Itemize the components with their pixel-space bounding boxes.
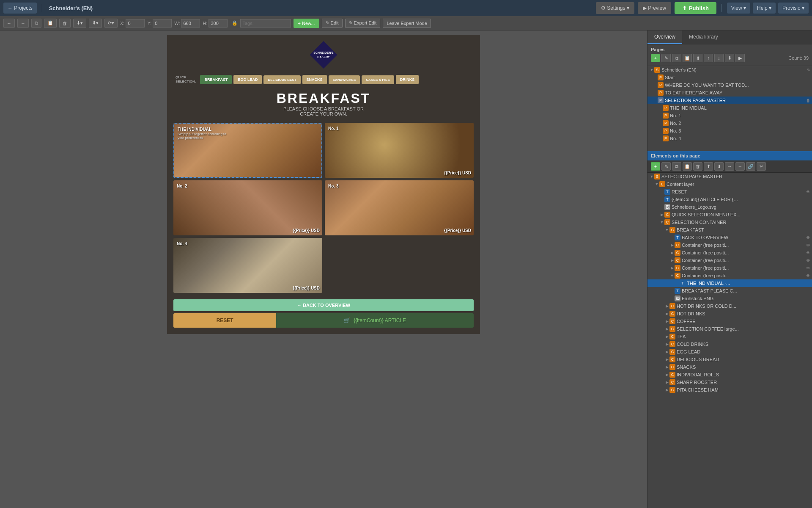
fp1-eye[interactable]: 👁 — [806, 243, 810, 248]
pc-arrow[interactable]: ▶ — [664, 388, 669, 392]
grid-item-no1[interactable]: No. 1 {{Price}} USD — [325, 123, 474, 178]
grid-item-no3[interactable]: No. 3 {{Price}} USD — [325, 180, 474, 235]
fp5-eye[interactable]: 👁 — [806, 273, 810, 278]
el-sharp-rooster[interactable]: ▶ C SHARP ROOSTER — [647, 378, 812, 386]
paste-page-btn[interactable]: 📋 — [683, 54, 692, 62]
play-btn[interactable]: ▶ — [735, 54, 745, 62]
del-arrow[interactable]: ▶ — [664, 357, 669, 362]
tree-no3[interactable]: P No. 3 — [647, 127, 812, 135]
back-to-overview-btn[interactable]: ← BACK TO OVERVIEW — [173, 299, 474, 311]
el-content-layer[interactable]: ▼ L Content layer — [647, 180, 812, 188]
qs-delicious-btn[interactable]: DELICIOUS BEST — [263, 75, 300, 84]
transform-btn[interactable]: ⟳▾ — [104, 19, 118, 28]
el-tea[interactable]: ▶ C TEA — [647, 333, 812, 340]
el-container-fp2[interactable]: ▶ C Container (free positi... 👁 — [647, 249, 812, 257]
move-btn[interactable]: ⬇▾ — [89, 19, 102, 28]
qs-egglead-btn[interactable]: EGG LEAD — [233, 75, 262, 84]
edit-element-btn[interactable]: ✎ — [661, 162, 671, 171]
hd-arrow[interactable]: ▶ — [664, 312, 669, 316]
el-root-arrow[interactable]: ▼ — [649, 174, 654, 179]
el-breakfast-please[interactable]: T BREAKFAST PLEASE C... — [647, 287, 812, 295]
new-button[interactable]: + New... — [294, 19, 319, 28]
delete-btn[interactable]: 🗑 — [59, 19, 71, 28]
el-snacks[interactable]: ▶ C SNACKS — [647, 363, 812, 371]
el-egg-lead[interactable]: ▶ C EGG LEAD — [647, 348, 812, 356]
fp4-eye[interactable]: 👁 — [806, 266, 810, 271]
cd-arrow[interactable]: ▶ — [664, 342, 669, 346]
move-up2-btn[interactable]: ↑ — [704, 54, 713, 62]
ir-arrow[interactable]: ▶ — [664, 373, 669, 377]
tree-individual[interactable]: P THE INDIVIDUAL — [647, 104, 812, 112]
el-ind-rolls[interactable]: ▶ C INDIVIDUAL ROLLS — [647, 371, 812, 378]
selmaster-delete[interactable]: 🗑 — [806, 98, 810, 103]
root-edit-icon[interactable]: ✎ — [807, 68, 810, 72]
move-down-el-btn[interactable]: ⬇ — [714, 162, 724, 171]
preview-button[interactable]: ▶ Preview — [638, 2, 671, 14]
el-logo[interactable]: 🖼 Schneiders_Logo.svg — [647, 203, 812, 211]
move-up-el-btn[interactable]: ⬆ — [704, 162, 713, 171]
move-down2-btn[interactable]: ⬇ — [725, 54, 734, 62]
qs-snacks-btn[interactable]: SNACKS — [302, 75, 327, 84]
fp1-arrow[interactable]: ▶ — [669, 243, 675, 247]
el-fruhstuck[interactable]: 🖼 Fruhstuck.PNG — [647, 295, 812, 302]
cf-arrow[interactable]: ▶ — [664, 319, 669, 323]
hc-arrow[interactable]: ▶ — [664, 304, 669, 308]
w-input[interactable] — [181, 19, 200, 28]
add-page-btn[interactable]: + — [651, 54, 660, 62]
bf-arrow[interactable]: ▼ — [664, 228, 669, 232]
move-up-btn[interactable]: ⬆ — [693, 54, 702, 62]
tree-no4[interactable]: P No. 4 — [647, 135, 812, 142]
el-container-fp5[interactable]: ▼ C Container (free positi... 👁 — [647, 272, 812, 279]
qs-cakes-btn[interactable]: CAKES & PIES — [362, 75, 394, 84]
tab-overview[interactable]: Overview — [647, 30, 682, 44]
tab-media[interactable]: Media library — [682, 30, 725, 44]
el-hot-cold[interactable]: ▶ C HOT DRINKS OR COLD D... — [647, 302, 812, 310]
qs-sandwiches-btn[interactable]: SANDWICHES — [329, 75, 360, 84]
el-selection-master[interactable]: ▼ S SELECTION PAGE MASTER — [647, 173, 812, 180]
tags-input[interactable] — [240, 19, 291, 28]
tree-no2[interactable]: P No. 2 — [647, 119, 812, 127]
tea-arrow[interactable]: ▶ — [664, 334, 669, 339]
paste-element-btn[interactable]: 📋 — [683, 162, 692, 171]
user-button[interactable]: Provisio ▾ — [778, 3, 809, 14]
add-element-btn[interactable]: + — [651, 162, 660, 171]
el-sel-coffee[interactable]: ▶ C SELECTION COFFEE large... — [647, 325, 812, 333]
reset-button-canvas[interactable]: RESET — [173, 313, 276, 328]
tree-no1[interactable]: P No. 1 — [647, 112, 812, 119]
edit-page-btn[interactable]: ✎ — [661, 54, 671, 62]
tree-toeat[interactable]: P TO EAT HERE/TAKE AWAY — [647, 89, 812, 97]
fp4-arrow[interactable]: ▶ — [669, 266, 675, 270]
sc2-arrow[interactable]: ▶ — [664, 327, 669, 331]
align-btn[interactable]: ⬇▾ — [73, 19, 86, 28]
el-reset[interactable]: T RESET 👁 — [647, 188, 812, 196]
y-input[interactable] — [153, 19, 172, 28]
el-itemcount[interactable]: T {{itemCount}} ARTICLE FOR {… — [647, 196, 812, 203]
el-quickselect[interactable]: ▶ C QUICK SELECTION MENU EX... — [647, 211, 812, 218]
x-input[interactable] — [126, 19, 145, 28]
el-hot-drinks[interactable]: ▶ C HOT DRINKS — [647, 310, 812, 318]
root-arrow[interactable]: ▼ — [649, 68, 654, 72]
sr-arrow[interactable]: ▶ — [664, 380, 669, 384]
leave-expert-button[interactable]: Leave Expert Mode — [383, 19, 431, 28]
link-btn[interactable]: 🔗 — [746, 162, 755, 171]
el-breakfast[interactable]: ▼ C BREAKFAST — [647, 226, 812, 234]
el-container-fp1[interactable]: ▶ C Container (free positi... 👁 — [647, 241, 812, 249]
fp2-eye[interactable]: 👁 — [806, 251, 810, 255]
copy-element-btn[interactable]: ⧉ — [672, 162, 681, 171]
el-cold-drinks[interactable]: ▶ C COLD DRINKS — [647, 340, 812, 348]
grid-item-individual[interactable]: THE INDIVIDUAL Simply put together accor… — [173, 123, 322, 178]
fp3-eye[interactable]: 👁 — [806, 258, 810, 263]
el-sel-container[interactable]: ▼ C SELECTION CONTAINER — [647, 218, 812, 226]
el-pita-cheese[interactable]: ▶ C PITA CHEESE HAM — [647, 386, 812, 393]
publish-button[interactable]: ⬆ Publish — [675, 2, 716, 14]
sc-arrow[interactable]: ▼ — [659, 220, 664, 224]
outdent-btn[interactable]: ← — [735, 162, 745, 171]
help-button[interactable]: Help ▾ — [753, 3, 776, 14]
settings-button[interactable]: ⚙ Settings ▾ — [596, 2, 634, 14]
el-container-fp3[interactable]: ▶ C Container (free positi... 👁 — [647, 257, 812, 264]
qs-breakfast-btn[interactable]: BREAKFAST — [200, 75, 232, 84]
fp5-arrow[interactable]: ▼ — [669, 273, 675, 278]
cl-arrow[interactable]: ▼ — [654, 182, 659, 186]
tree-root[interactable]: ▼ S Schneider's (EN) ✎ — [647, 66, 812, 74]
unlink-btn[interactable]: ✂ — [757, 162, 766, 171]
